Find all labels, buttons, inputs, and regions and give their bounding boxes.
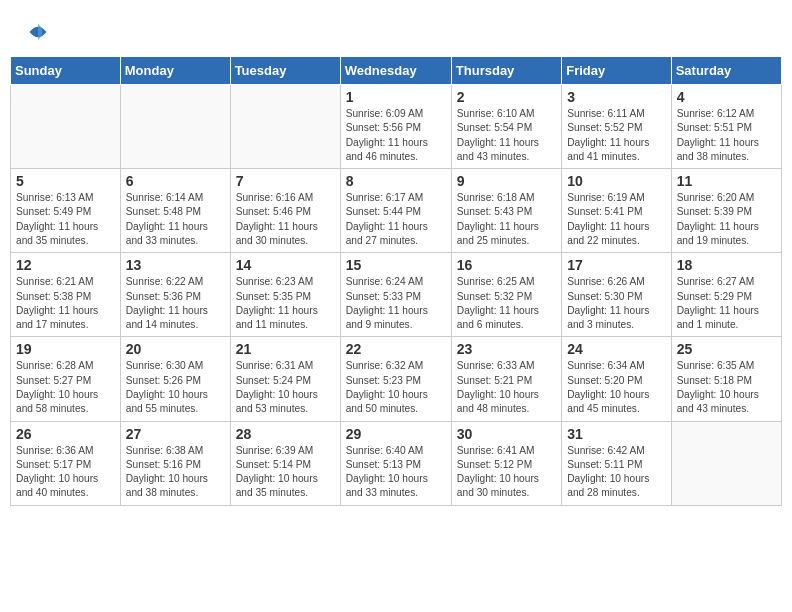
day-info: Sunrise: 6:28 AM Sunset: 5:27 PM Dayligh… <box>16 359 115 416</box>
day-info: Sunrise: 6:21 AM Sunset: 5:38 PM Dayligh… <box>16 275 115 332</box>
day-info: Sunrise: 6:40 AM Sunset: 5:13 PM Dayligh… <box>346 444 446 501</box>
day-info: Sunrise: 6:26 AM Sunset: 5:30 PM Dayligh… <box>567 275 665 332</box>
day-number: 10 <box>567 173 665 189</box>
day-info: Sunrise: 6:10 AM Sunset: 5:54 PM Dayligh… <box>457 107 556 164</box>
calendar-cell: 28Sunrise: 6:39 AM Sunset: 5:14 PM Dayli… <box>230 421 340 505</box>
day-info: Sunrise: 6:35 AM Sunset: 5:18 PM Dayligh… <box>677 359 776 416</box>
day-number: 7 <box>236 173 335 189</box>
calendar-cell: 20Sunrise: 6:30 AM Sunset: 5:26 PM Dayli… <box>120 337 230 421</box>
day-info: Sunrise: 6:12 AM Sunset: 5:51 PM Dayligh… <box>677 107 776 164</box>
weekday-header: Wednesday <box>340 57 451 85</box>
day-info: Sunrise: 6:19 AM Sunset: 5:41 PM Dayligh… <box>567 191 665 248</box>
day-info: Sunrise: 6:09 AM Sunset: 5:56 PM Dayligh… <box>346 107 446 164</box>
calendar-cell: 19Sunrise: 6:28 AM Sunset: 5:27 PM Dayli… <box>11 337 121 421</box>
calendar-cell: 13Sunrise: 6:22 AM Sunset: 5:36 PM Dayli… <box>120 253 230 337</box>
day-info: Sunrise: 6:33 AM Sunset: 5:21 PM Dayligh… <box>457 359 556 416</box>
calendar-cell: 23Sunrise: 6:33 AM Sunset: 5:21 PM Dayli… <box>451 337 561 421</box>
calendar-table: SundayMondayTuesdayWednesdayThursdayFrid… <box>10 56 782 506</box>
week-row: 5Sunrise: 6:13 AM Sunset: 5:49 PM Daylig… <box>11 169 782 253</box>
day-number: 31 <box>567 426 665 442</box>
calendar-cell: 29Sunrise: 6:40 AM Sunset: 5:13 PM Dayli… <box>340 421 451 505</box>
day-info: Sunrise: 6:23 AM Sunset: 5:35 PM Dayligh… <box>236 275 335 332</box>
day-number: 14 <box>236 257 335 273</box>
logo-icon <box>24 18 52 46</box>
week-row: 12Sunrise: 6:21 AM Sunset: 5:38 PM Dayli… <box>11 253 782 337</box>
day-number: 3 <box>567 89 665 105</box>
calendar-cell: 26Sunrise: 6:36 AM Sunset: 5:17 PM Dayli… <box>11 421 121 505</box>
day-info: Sunrise: 6:17 AM Sunset: 5:44 PM Dayligh… <box>346 191 446 248</box>
day-number: 24 <box>567 341 665 357</box>
calendar-cell: 15Sunrise: 6:24 AM Sunset: 5:33 PM Dayli… <box>340 253 451 337</box>
day-number: 15 <box>346 257 446 273</box>
calendar-cell: 25Sunrise: 6:35 AM Sunset: 5:18 PM Dayli… <box>671 337 781 421</box>
day-number: 8 <box>346 173 446 189</box>
day-number: 1 <box>346 89 446 105</box>
day-number: 20 <box>126 341 225 357</box>
day-info: Sunrise: 6:42 AM Sunset: 5:11 PM Dayligh… <box>567 444 665 501</box>
calendar-cell <box>230 85 340 169</box>
day-number: 6 <box>126 173 225 189</box>
weekday-header: Thursday <box>451 57 561 85</box>
day-info: Sunrise: 6:34 AM Sunset: 5:20 PM Dayligh… <box>567 359 665 416</box>
calendar-cell: 22Sunrise: 6:32 AM Sunset: 5:23 PM Dayli… <box>340 337 451 421</box>
calendar-cell: 17Sunrise: 6:26 AM Sunset: 5:30 PM Dayli… <box>562 253 671 337</box>
day-number: 30 <box>457 426 556 442</box>
day-info: Sunrise: 6:30 AM Sunset: 5:26 PM Dayligh… <box>126 359 225 416</box>
day-info: Sunrise: 6:14 AM Sunset: 5:48 PM Dayligh… <box>126 191 225 248</box>
calendar-cell: 4Sunrise: 6:12 AM Sunset: 5:51 PM Daylig… <box>671 85 781 169</box>
week-row: 19Sunrise: 6:28 AM Sunset: 5:27 PM Dayli… <box>11 337 782 421</box>
day-number: 16 <box>457 257 556 273</box>
page-header <box>0 0 792 56</box>
day-number: 9 <box>457 173 556 189</box>
logo <box>24 18 56 46</box>
calendar-cell: 27Sunrise: 6:38 AM Sunset: 5:16 PM Dayli… <box>120 421 230 505</box>
weekday-header: Tuesday <box>230 57 340 85</box>
day-info: Sunrise: 6:31 AM Sunset: 5:24 PM Dayligh… <box>236 359 335 416</box>
weekday-header: Monday <box>120 57 230 85</box>
day-info: Sunrise: 6:38 AM Sunset: 5:16 PM Dayligh… <box>126 444 225 501</box>
calendar-cell: 6Sunrise: 6:14 AM Sunset: 5:48 PM Daylig… <box>120 169 230 253</box>
day-info: Sunrise: 6:41 AM Sunset: 5:12 PM Dayligh… <box>457 444 556 501</box>
weekday-header: Sunday <box>11 57 121 85</box>
calendar-cell: 11Sunrise: 6:20 AM Sunset: 5:39 PM Dayli… <box>671 169 781 253</box>
calendar-cell: 1Sunrise: 6:09 AM Sunset: 5:56 PM Daylig… <box>340 85 451 169</box>
day-number: 19 <box>16 341 115 357</box>
day-number: 23 <box>457 341 556 357</box>
calendar-cell: 31Sunrise: 6:42 AM Sunset: 5:11 PM Dayli… <box>562 421 671 505</box>
calendar-cell: 12Sunrise: 6:21 AM Sunset: 5:38 PM Dayli… <box>11 253 121 337</box>
week-row: 26Sunrise: 6:36 AM Sunset: 5:17 PM Dayli… <box>11 421 782 505</box>
day-info: Sunrise: 6:24 AM Sunset: 5:33 PM Dayligh… <box>346 275 446 332</box>
calendar-cell: 14Sunrise: 6:23 AM Sunset: 5:35 PM Dayli… <box>230 253 340 337</box>
day-info: Sunrise: 6:13 AM Sunset: 5:49 PM Dayligh… <box>16 191 115 248</box>
day-info: Sunrise: 6:16 AM Sunset: 5:46 PM Dayligh… <box>236 191 335 248</box>
day-info: Sunrise: 6:36 AM Sunset: 5:17 PM Dayligh… <box>16 444 115 501</box>
day-info: Sunrise: 6:32 AM Sunset: 5:23 PM Dayligh… <box>346 359 446 416</box>
day-number: 26 <box>16 426 115 442</box>
calendar-cell: 8Sunrise: 6:17 AM Sunset: 5:44 PM Daylig… <box>340 169 451 253</box>
day-number: 22 <box>346 341 446 357</box>
calendar-cell: 10Sunrise: 6:19 AM Sunset: 5:41 PM Dayli… <box>562 169 671 253</box>
week-row: 1Sunrise: 6:09 AM Sunset: 5:56 PM Daylig… <box>11 85 782 169</box>
day-number: 28 <box>236 426 335 442</box>
day-number: 2 <box>457 89 556 105</box>
day-info: Sunrise: 6:27 AM Sunset: 5:29 PM Dayligh… <box>677 275 776 332</box>
day-info: Sunrise: 6:39 AM Sunset: 5:14 PM Dayligh… <box>236 444 335 501</box>
day-number: 25 <box>677 341 776 357</box>
day-info: Sunrise: 6:25 AM Sunset: 5:32 PM Dayligh… <box>457 275 556 332</box>
day-number: 17 <box>567 257 665 273</box>
day-info: Sunrise: 6:18 AM Sunset: 5:43 PM Dayligh… <box>457 191 556 248</box>
calendar-cell: 24Sunrise: 6:34 AM Sunset: 5:20 PM Dayli… <box>562 337 671 421</box>
weekday-header-row: SundayMondayTuesdayWednesdayThursdayFrid… <box>11 57 782 85</box>
weekday-header: Saturday <box>671 57 781 85</box>
day-info: Sunrise: 6:22 AM Sunset: 5:36 PM Dayligh… <box>126 275 225 332</box>
calendar-cell: 18Sunrise: 6:27 AM Sunset: 5:29 PM Dayli… <box>671 253 781 337</box>
calendar-cell: 5Sunrise: 6:13 AM Sunset: 5:49 PM Daylig… <box>11 169 121 253</box>
day-info: Sunrise: 6:11 AM Sunset: 5:52 PM Dayligh… <box>567 107 665 164</box>
calendar-cell <box>120 85 230 169</box>
day-number: 5 <box>16 173 115 189</box>
day-number: 12 <box>16 257 115 273</box>
calendar-cell <box>671 421 781 505</box>
calendar-cell: 7Sunrise: 6:16 AM Sunset: 5:46 PM Daylig… <box>230 169 340 253</box>
calendar-cell: 2Sunrise: 6:10 AM Sunset: 5:54 PM Daylig… <box>451 85 561 169</box>
day-number: 29 <box>346 426 446 442</box>
